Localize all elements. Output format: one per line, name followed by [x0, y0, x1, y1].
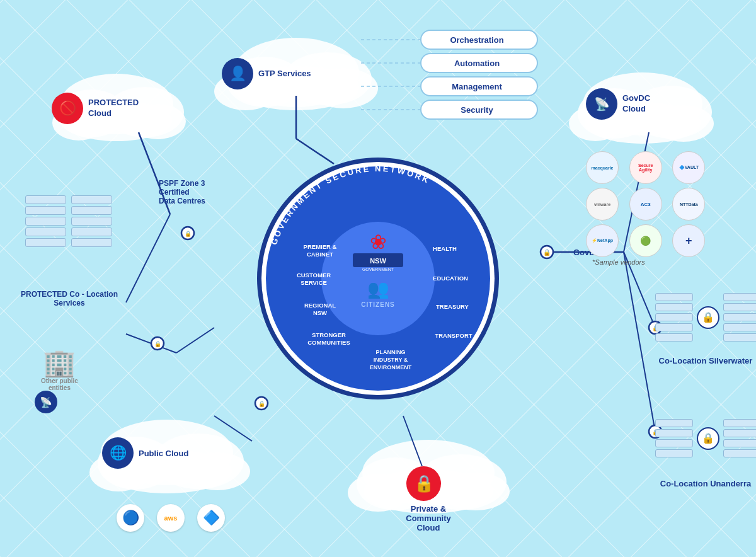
private-cloud-node: 🔒: [406, 466, 441, 501]
vendor-grid: macquarie SecureAgility 🔷VAULT vmware AC…: [586, 151, 712, 257]
svg-text:EDUCATION: EDUCATION: [433, 275, 468, 282]
svg-point-57: [181, 227, 194, 239]
other-public-node: 🏢 Other publicentities: [41, 350, 78, 391]
svg-text:🔒: 🔒: [185, 230, 192, 238]
protected-cloud-label: PROTECTEDCloud: [88, 98, 139, 119]
svg-text:Data Centres: Data Centres: [159, 197, 205, 205]
svg-point-17: [653, 105, 714, 142]
svg-text:❀: ❀: [370, 231, 387, 253]
svg-text:Orchestration: Orchestration: [450, 35, 503, 45]
govdc-cloud-icon: 📡: [586, 88, 617, 120]
svg-text:COMMUNITIES: COMMUNITIES: [307, 339, 350, 346]
svg-text:INDUSTRY &: INDUSTRY &: [374, 357, 408, 363]
svg-text:GOVERNMENT SECURE NETWORK: GOVERNMENT SECURE NETWORK: [269, 164, 432, 246]
grid-background: [0, 0, 756, 557]
svg-text:NSW: NSW: [313, 309, 327, 316]
public-cloud-icon: 🌐: [102, 437, 134, 469]
vendor-ac3: AC3: [629, 188, 662, 221]
svg-text:CABINET: CABINET: [307, 251, 333, 258]
vendor-note: *Sample vendors: [592, 258, 645, 266]
vendor-vmware: vmware: [586, 188, 619, 221]
svg-point-67: [257, 158, 499, 399]
svg-text:PREMIER &: PREMIER &: [304, 243, 337, 250]
private-cloud-lock-icon: 🔒: [406, 466, 441, 501]
silverwater-label: Co-Location Silverwater: [655, 356, 756, 365]
private-cloud-label: Private &CommunityCloud: [372, 504, 485, 532]
gtp-node: 👤 GTP Services: [222, 58, 311, 89]
svg-point-23: [185, 452, 250, 490]
svg-point-69: [266, 166, 490, 391]
pspf-servers: [25, 195, 112, 247]
svg-text:TRANSPORT: TRANSPORT: [435, 332, 472, 339]
public-cloud-node: 🌐 Public Cloud: [102, 437, 188, 469]
svg-line-44: [139, 132, 170, 214]
govdc-cloud-label: GovDCCloud: [622, 93, 650, 115]
svg-point-70: [321, 222, 435, 335]
svg-line-54: [403, 416, 422, 466]
svg-line-50: [126, 252, 151, 302]
gtp-icon: 👤: [222, 58, 253, 89]
svg-line-43: [296, 139, 334, 164]
svg-text:STRONGER: STRONGER: [312, 331, 346, 338]
gtp-label: GTP Services: [258, 69, 311, 79]
vendor-vault: 🔷VAULT: [672, 151, 705, 184]
svg-line-52: [176, 328, 214, 353]
svg-text:👥: 👥: [367, 278, 389, 299]
svg-text:ENVIRONMENT: ENVIRONMENT: [370, 364, 412, 370]
pills-panel: Orchestration Automation Management Secu…: [359, 30, 537, 119]
svg-point-58: [151, 337, 164, 350]
svg-text:Certified: Certified: [159, 188, 190, 197]
cloud-providers: 🔵 aws 🔷: [117, 504, 225, 532]
vendor-netapp: ⚡NetApp: [586, 224, 619, 257]
svg-text:REGIONAL: REGIONAL: [304, 302, 336, 309]
vendor-green: 🟢: [629, 224, 662, 257]
svg-line-51: [126, 334, 176, 353]
vendor-secure-agility: SecureAgility: [629, 151, 662, 184]
unanderra-servers: 🔒: [655, 419, 756, 457]
public-cloud-label: Public Cloud: [139, 449, 188, 458]
azure-icon: 🔷: [197, 504, 225, 532]
vendor-plus: +: [672, 224, 705, 257]
svg-point-5: [309, 68, 378, 108]
svg-text:HEALTH: HEALTH: [433, 245, 457, 252]
svg-text:SERVICE: SERVICE: [301, 279, 327, 286]
svg-point-68: [261, 162, 495, 395]
diagram-svg: Orchestration Automation Management Secu…: [0, 0, 756, 557]
svg-rect-33: [421, 100, 537, 119]
protected-icon: 🚫: [52, 93, 83, 124]
google-cloud-icon: 🔵: [117, 504, 144, 532]
protected-cloud-node: 🚫 PROTECTEDCloud: [52, 93, 139, 124]
svg-rect-30: [421, 30, 537, 49]
vendor-nttdata: NTTData: [672, 188, 705, 221]
svg-line-53: [214, 416, 252, 441]
svg-text:PLANNING: PLANNING: [376, 349, 406, 355]
svg-text:🔒: 🔒: [154, 340, 162, 348]
aws-icon: aws: [157, 504, 185, 532]
svg-line-48: [624, 252, 655, 432]
svg-rect-31: [421, 54, 537, 72]
unanderra-label: Co-Location Unanderra: [655, 479, 756, 488]
svg-rect-72: [353, 253, 403, 267]
silverwater-servers: 🔒: [655, 293, 756, 342]
svg-text:Automation: Automation: [454, 59, 500, 68]
svg-point-59: [255, 397, 268, 410]
svg-text:🔒: 🔒: [543, 248, 551, 256]
svg-rect-32: [421, 77, 537, 96]
svg-line-49: [151, 214, 170, 252]
svg-text:CUSTOMER: CUSTOMER: [297, 272, 331, 278]
svg-text:GOVERNMENT: GOVERNMENT: [362, 267, 394, 272]
svg-text:NSW: NSW: [370, 257, 386, 265]
svg-text:Management: Management: [452, 82, 502, 91]
govdc-cloud-node: 📡 GovDCCloud: [586, 88, 650, 120]
svg-text:🔒: 🔒: [258, 400, 266, 408]
svg-text:Security: Security: [461, 105, 493, 115]
protected-colocation-label: PROTECTED Co - LocationServices: [19, 290, 120, 307]
svg-point-55: [541, 246, 553, 258]
vendor-macquarie: macquarie: [586, 151, 619, 184]
svg-text:CITIZENS: CITIZENS: [361, 301, 395, 308]
svg-text:TREASURY: TREASURY: [436, 303, 469, 310]
other-public-wifi-icon: 📡: [35, 391, 57, 413]
svg-text:PSPF Zone 3: PSPF Zone 3: [159, 179, 205, 188]
